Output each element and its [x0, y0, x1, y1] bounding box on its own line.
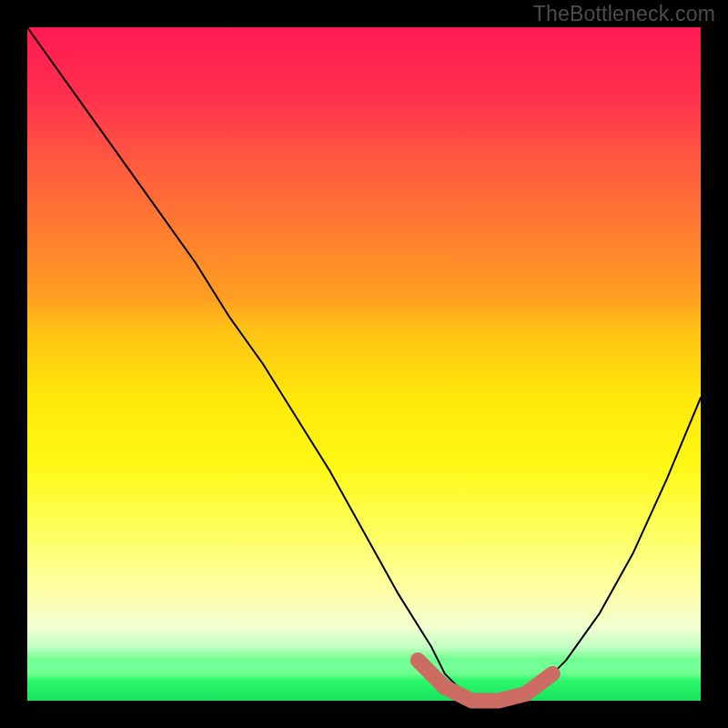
curve-svg	[27, 27, 701, 701]
optimal-range-highlight	[418, 661, 552, 701]
chart-frame: TheBottleneck.com	[0, 0, 728, 728]
bottleneck-curve	[27, 27, 701, 701]
gradient-plot-area	[27, 27, 701, 701]
watermark-label: TheBottleneck.com	[533, 2, 715, 26]
